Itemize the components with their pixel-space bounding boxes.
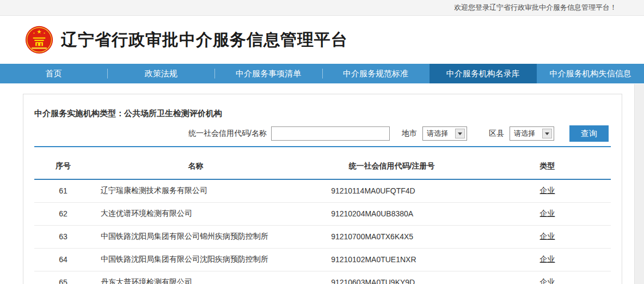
row-no: 63 xyxy=(34,225,92,248)
table-row: 61 辽宁瑞康检测技术服务有限公司 91210114MA0UFQTF4D 企业 xyxy=(34,179,611,202)
table-row: 62 大连优谱环境检测有限公司 91210204MA0UB8380A 企业 xyxy=(34,202,611,225)
search-filter-row: 统一社会信用代码/名称 地市 请选择 区县 请选择 查询 xyxy=(34,125,611,142)
col-header-no: 序号 xyxy=(34,147,92,179)
chevron-down-icon[interactable] xyxy=(542,129,552,138)
row-type: 企业 xyxy=(484,271,611,284)
chevron-down-icon[interactable] xyxy=(455,129,465,138)
table-header-row: 序号 名称 统一社会信用代码/注册号 类型 xyxy=(34,147,611,179)
row-name: 大连优谱环境检测有限公司 xyxy=(92,202,299,225)
nav-item-policies[interactable]: 政策法规 xyxy=(107,64,214,83)
row-type: 企业 xyxy=(484,179,611,202)
code-name-input[interactable] xyxy=(271,126,390,141)
city-select[interactable]: 请选择 xyxy=(422,126,467,141)
row-name: 中国铁路沈阳局集团有限公司锦州疾病预防控制所 xyxy=(92,225,299,248)
welcome-bar: 欢迎您登录辽宁省行政审批中介服务信息管理平台！ xyxy=(0,0,644,16)
search-button[interactable]: 查询 xyxy=(569,125,609,142)
nav-item-home[interactable]: 首页 xyxy=(0,64,107,83)
nav-item-agency-directory[interactable]: 中介服务机构名录库 xyxy=(430,64,537,83)
county-select-value: 请选择 xyxy=(514,129,535,138)
welcome-text: 欢迎您登录辽宁省行政审批中介服务信息管理平台！ xyxy=(454,3,617,13)
col-header-name: 名称 xyxy=(92,147,299,179)
type-link[interactable]: 企业 xyxy=(540,277,555,284)
row-name: 中国铁路沈阳局集团有限公司沈阳疾病预防控制所 xyxy=(92,248,299,271)
row-type: 企业 xyxy=(484,202,611,225)
type-link[interactable]: 企业 xyxy=(540,255,555,263)
row-code: 91210114MA0UFQTF4D xyxy=(299,179,484,202)
col-header-code: 统一社会信用代码/注册号 xyxy=(299,147,484,179)
city-label: 地市 xyxy=(402,129,417,138)
row-code: 91210102MA0TUE1NXR xyxy=(299,248,484,271)
row-no: 62 xyxy=(34,202,92,225)
city-select-value: 请选择 xyxy=(427,129,448,138)
table-row: 63 中国铁路沈阳局集团有限公司锦州疾病预防控制所 91210700MA0TX6… xyxy=(34,225,611,248)
col-header-type: 类型 xyxy=(484,147,611,179)
nav-item-service-list[interactable]: 中介服务事项清单 xyxy=(214,64,322,83)
row-no: 65 xyxy=(34,271,92,284)
main-nav: 首页 政策法规 中介服务事项清单 中介服务规范标准 中介服务机构名录库 中介服务… xyxy=(0,64,644,83)
national-emblem-icon xyxy=(25,26,53,54)
row-type: 企业 xyxy=(484,248,611,271)
county-label: 区县 xyxy=(489,129,504,138)
agency-table: 序号 名称 统一社会信用代码/注册号 类型 61 辽宁瑞康检测技术服务有限公司 … xyxy=(34,147,611,284)
type-link[interactable]: 企业 xyxy=(540,232,555,240)
row-no: 61 xyxy=(34,179,92,202)
table-row: 64 中国铁路沈阳局集团有限公司沈阳疾病预防控制所 91210102MA0TUE… xyxy=(34,248,611,271)
row-name: 辽宁瑞康检测技术服务有限公司 xyxy=(92,179,299,202)
row-code: 91210603MA0TU9KY9D xyxy=(299,271,484,284)
content-panel: 中介服务实施机构类型：公共场所卫生检测评价机构 统一社会信用代码/名称 地市 请… xyxy=(23,94,622,284)
county-select[interactable]: 请选择 xyxy=(510,126,554,141)
row-name: 丹东大普环境检测有限公司 xyxy=(92,271,299,284)
nav-item-dishonesty-info[interactable]: 中介服务机构失信信息 xyxy=(537,64,644,83)
type-link[interactable]: 企业 xyxy=(540,209,555,217)
page: 欢迎您登录辽宁省行政审批中介服务信息管理平台！ 辽宁省行政审批中介服务信息管理平… xyxy=(0,0,644,284)
row-no: 64 xyxy=(34,248,92,271)
type-link[interactable]: 企业 xyxy=(540,186,555,195)
nav-item-standards[interactable]: 中介服务规范标准 xyxy=(322,64,430,83)
scrollbar-track[interactable] xyxy=(634,84,644,284)
row-code: 91210204MA0UB8380A xyxy=(299,202,484,225)
code-name-label: 统一社会信用代码/名称 xyxy=(188,129,267,138)
table-row: 65 丹东大普环境检测有限公司 91210603MA0TU9KY9D 企业 xyxy=(34,271,611,284)
section-title: 中介服务实施机构类型：公共场所卫生检测评价机构 xyxy=(34,108,611,119)
site-title: 辽宁省行政审批中介服务信息管理平台 xyxy=(61,29,348,51)
row-type: 企业 xyxy=(484,225,611,248)
site-header: 辽宁省行政审批中介服务信息管理平台 xyxy=(0,16,644,64)
row-code: 91210700MA0TX6K4X5 xyxy=(299,225,484,248)
